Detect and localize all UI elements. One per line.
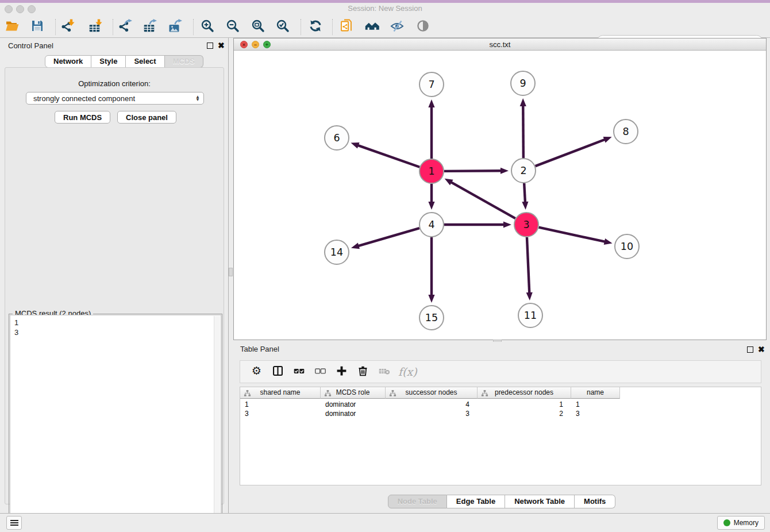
delete-row-button[interactable] bbox=[352, 363, 374, 380]
control-panel: Control Panel ✖ NetworkStyleSelectMCDS O… bbox=[0, 38, 229, 513]
edge-2-3[interactable] bbox=[524, 183, 525, 203]
column-header-successor-nodes[interactable]: successor nodes bbox=[386, 387, 478, 399]
import-network-button[interactable] bbox=[59, 18, 77, 36]
graph-node-1[interactable]: 1 bbox=[419, 159, 444, 183]
optimization-criterion-select[interactable]: strongly connected component ▲▼ bbox=[26, 92, 204, 105]
contrast-eye-icon bbox=[416, 19, 431, 36]
edge-arrowhead bbox=[500, 168, 509, 174]
control-panel-header: Control Panel ✖ bbox=[0, 38, 228, 53]
graph-node-4[interactable]: 4 bbox=[419, 213, 444, 237]
column-type-icon bbox=[389, 390, 396, 397]
table-row[interactable]: 1dominator411 bbox=[240, 400, 631, 409]
close-table-panel-icon[interactable]: ✖ bbox=[758, 345, 765, 354]
tab-motifs[interactable]: Motifs bbox=[575, 495, 615, 508]
zoom-fit-button[interactable] bbox=[249, 18, 268, 36]
cell-name[interactable]: 1 bbox=[576, 400, 619, 409]
graph-node-14[interactable]: 14 bbox=[325, 240, 349, 264]
edge-3-10[interactable] bbox=[538, 228, 605, 242]
zoom-in-button[interactable] bbox=[199, 18, 217, 36]
tab-mcds[interactable]: MCDS bbox=[165, 55, 203, 68]
graph-node-6[interactable]: 6 bbox=[325, 126, 349, 150]
run-mcds-button[interactable]: Run MCDS bbox=[55, 111, 110, 124]
cell-shared-name[interactable]: 3 bbox=[245, 409, 319, 418]
hide-selection-button[interactable] bbox=[388, 18, 407, 36]
status-menu-button[interactable] bbox=[6, 516, 22, 530]
select-stepper-icon: ▲▼ bbox=[195, 95, 200, 101]
tab-style[interactable]: Style bbox=[91, 55, 126, 68]
tab-select[interactable]: Select bbox=[126, 55, 164, 68]
select-unchecked-button[interactable] bbox=[310, 363, 331, 380]
graph-node-8[interactable]: 8 bbox=[614, 119, 638, 144]
export-network-icon bbox=[118, 19, 133, 36]
column-header-MCDS-role[interactable]: MCDS role bbox=[321, 387, 386, 399]
edge-2-8[interactable] bbox=[536, 140, 606, 167]
cell-successor-nodes[interactable]: 3 bbox=[386, 409, 469, 418]
vertical-splitter-grip[interactable] bbox=[229, 268, 233, 276]
edge-arrowhead bbox=[603, 137, 612, 142]
cell-shared-name[interactable]: 1 bbox=[245, 400, 319, 409]
settings-gear-button[interactable]: ⚙ bbox=[246, 363, 267, 380]
graph-node-10[interactable]: 10 bbox=[615, 234, 639, 259]
zoom-selected-button[interactable] bbox=[274, 18, 292, 36]
graph-node-15[interactable]: 15 bbox=[419, 306, 444, 330]
tab-edge-table[interactable]: Edge Table bbox=[447, 495, 505, 508]
cell-successor-nodes[interactable]: 4 bbox=[386, 400, 469, 409]
memory-button[interactable]: Memory bbox=[717, 516, 765, 530]
edge-arrowhead bbox=[604, 238, 613, 245]
refresh-layout-icon bbox=[309, 19, 324, 36]
graph-node-7[interactable]: 7 bbox=[419, 72, 444, 97]
edge-2-9[interactable] bbox=[523, 105, 523, 158]
add-row-button[interactable] bbox=[331, 363, 352, 380]
export-network-button[interactable] bbox=[116, 18, 134, 36]
graph-node-11[interactable]: 11 bbox=[518, 303, 542, 327]
graph-node-3[interactable]: 3 bbox=[514, 213, 538, 237]
float-panel-icon[interactable] bbox=[207, 43, 213, 49]
edge-3-11[interactable] bbox=[527, 237, 529, 294]
edge-1-2[interactable] bbox=[444, 171, 502, 171]
graph-node-2[interactable]: 2 bbox=[511, 159, 536, 183]
contrast-eye-button[interactable] bbox=[414, 18, 433, 36]
close-panel-icon[interactable]: ✖ bbox=[218, 41, 225, 50]
home-layout-button[interactable] bbox=[363, 18, 382, 36]
save-button[interactable] bbox=[29, 18, 47, 36]
column-header-shared-name[interactable]: shared name bbox=[240, 387, 321, 399]
cell-name[interactable]: 3 bbox=[576, 409, 619, 418]
edge-4-14[interactable] bbox=[357, 228, 419, 246]
table-row[interactable]: 3dominator323 bbox=[240, 409, 631, 418]
network-window-titlebar[interactable]: × − + scc.txt bbox=[234, 38, 766, 51]
import-table-button[interactable] bbox=[86, 18, 105, 36]
export-table-button[interactable] bbox=[141, 18, 159, 36]
clone-network-button[interactable] bbox=[338, 18, 356, 36]
delete-table-disabled-button[interactable] bbox=[374, 363, 395, 380]
graph-node-9[interactable]: 9 bbox=[511, 71, 535, 95]
function-builder-icon[interactable]: f(x) bbox=[398, 365, 417, 378]
table-toolbar: ⚙ f(x) bbox=[240, 360, 761, 383]
edge-1-6[interactable] bbox=[357, 145, 419, 167]
refresh-layout-button[interactable] bbox=[307, 18, 325, 36]
column-header-name[interactable]: name bbox=[571, 387, 620, 399]
tab-node-table[interactable]: Node Table bbox=[388, 495, 447, 508]
column-header-predecessor-nodes[interactable]: predecessor nodes bbox=[478, 387, 571, 399]
toolbar-separator bbox=[55, 19, 56, 35]
mcds-result-textarea[interactable]: 13 bbox=[10, 315, 221, 527]
cell-MCDS-role[interactable]: dominator bbox=[325, 409, 384, 418]
toolbar-separator bbox=[113, 19, 113, 35]
result-scrollbar[interactable] bbox=[214, 316, 220, 526]
split-columns-button[interactable] bbox=[267, 363, 288, 380]
export-image-button[interactable] bbox=[166, 18, 184, 36]
control-panel-tabs: NetworkStyleSelectMCDS bbox=[45, 55, 203, 68]
zoom-out-icon bbox=[226, 19, 241, 36]
close-panel-button[interactable]: Close panel bbox=[117, 111, 176, 124]
tab-network[interactable]: Network bbox=[45, 55, 91, 68]
zoom-out-button[interactable] bbox=[224, 18, 242, 36]
cell-predecessor-nodes[interactable]: 2 bbox=[478, 409, 563, 418]
network-graph-canvas[interactable]: 7968124314101511 bbox=[234, 51, 766, 340]
cell-MCDS-role[interactable]: dominator bbox=[325, 400, 384, 409]
float-table-panel-icon[interactable] bbox=[747, 346, 753, 353]
node-label: 14 bbox=[330, 246, 343, 258]
open-folder-button[interactable] bbox=[3, 18, 22, 36]
select-checked-button[interactable] bbox=[288, 363, 310, 380]
edge-3-1[interactable] bbox=[451, 182, 515, 219]
tab-network-table[interactable]: Network Table bbox=[505, 495, 575, 508]
cell-predecessor-nodes[interactable]: 1 bbox=[478, 400, 563, 409]
